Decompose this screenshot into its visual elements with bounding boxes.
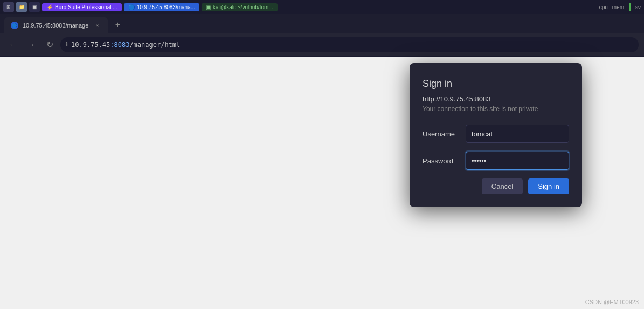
terminal-icon: ▣ xyxy=(29,2,40,12)
watermark: CSDN @EMT00923 xyxy=(585,299,639,305)
browser-chrome: 🔵 10.9.75.45:8083/manage × + ← → ↻ ℹ 10.… xyxy=(0,14,644,57)
system-bar: ⊞ 📁 ▣ ⚡ Burp Suite Professional ... 🔵 10… xyxy=(0,0,644,14)
files-icon: 📁 xyxy=(16,2,27,12)
sv-label: sv xyxy=(635,4,641,10)
active-tab[interactable]: 🔵 10.9.75.45:8083/manage × xyxy=(4,17,108,33)
address-host: 10.9.75.45 xyxy=(71,41,110,49)
address-bar-row: ← → ↻ ℹ 10.9.75.45:8083/manager/html xyxy=(0,33,644,56)
tab-title: 10.9.75.45:8083/manage xyxy=(23,22,88,29)
burp-tab-label: Burp Suite Professional ... xyxy=(55,4,117,10)
new-tab-button[interactable]: + xyxy=(110,17,125,32)
mem-label: mem xyxy=(612,4,624,10)
forward-button[interactable]: → xyxy=(24,37,39,52)
signin-button[interactable]: Sign in xyxy=(528,178,569,194)
address-path: /manager/html xyxy=(129,41,180,49)
password-label: Password xyxy=(423,157,466,165)
signin-url: http://10.9.75.45:8083 xyxy=(423,95,569,103)
lock-icon: ℹ xyxy=(66,41,68,48)
cancel-button[interactable]: Cancel xyxy=(482,178,523,194)
cpu-label: cpu xyxy=(599,4,608,10)
desktop-icon: ⊞ xyxy=(3,2,14,12)
signin-actions: Cancel Sign in xyxy=(423,178,569,194)
password-field-row: Password xyxy=(423,152,569,170)
browser-sys-tab-label: 10.9.75.45:8083/mana... xyxy=(137,4,195,10)
reload-button[interactable]: ↻ xyxy=(42,37,57,52)
back-button[interactable]: ← xyxy=(5,37,20,52)
username-label: Username xyxy=(423,130,466,138)
system-bar-left: ⊞ 📁 ▣ ⚡ Burp Suite Professional ... 🔵 10… xyxy=(3,2,278,12)
terminal-box: ▣ xyxy=(206,4,211,10)
tab-close-button[interactable]: × xyxy=(93,21,101,30)
system-bar-right: cpu mem sv xyxy=(599,3,641,11)
browser-sys-tab[interactable]: 🔵 10.9.75.45:8083/mana... xyxy=(124,3,199,11)
signin-title: Sign in xyxy=(423,78,569,90)
signin-subtitle: Your connection to this site is not priv… xyxy=(423,105,569,113)
password-input[interactable] xyxy=(466,152,569,170)
burp-dot: ⚡ xyxy=(46,4,53,10)
terminal-sys-tab[interactable]: ▣ kali@kali: ~/vulhub/tom... xyxy=(202,3,278,11)
address-text: 10.9.75.45:8083/manager/html xyxy=(71,41,180,49)
burp-suite-tab[interactable]: ⚡ Burp Suite Professional ... xyxy=(42,3,122,11)
address-bar[interactable]: ℹ 10.9.75.45:8083/manager/html xyxy=(60,37,639,52)
signin-dialog: Sign in http://10.9.75.45:8083 Your conn… xyxy=(410,63,582,207)
username-input[interactable] xyxy=(466,125,569,143)
main-content: Sign in http://10.9.75.45:8083 Your conn… xyxy=(0,57,644,309)
username-field-row: Username xyxy=(423,125,569,143)
address-port: :8083 xyxy=(110,41,129,49)
browser-circle: 🔵 xyxy=(128,4,135,10)
terminal-sys-tab-label: kali@kali: ~/vulhub/tom... xyxy=(213,4,273,10)
tab-bar: 🔵 10.9.75.45:8083/manage × + xyxy=(0,14,644,33)
sys-metric-bar xyxy=(629,3,631,11)
tab-favicon: 🔵 xyxy=(11,22,18,29)
